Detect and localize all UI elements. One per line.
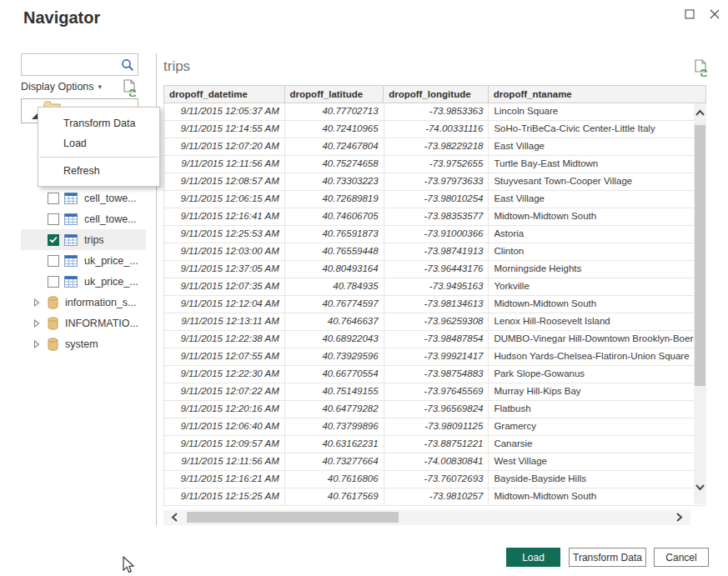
vertical-scrollbar-thumb[interactable]: [695, 125, 705, 386]
table-cell: 40.7646637: [285, 313, 384, 330]
tree-item-label: uk_price_...: [84, 276, 138, 288]
table-cell: 40.7616806: [285, 471, 384, 488]
tree-item-informatio[interactable]: INFORMATIO...: [21, 313, 146, 333]
table-cell: -74.00331116: [384, 121, 490, 138]
horizontal-scrollbar[interactable]: [163, 510, 690, 525]
table-row: 9/11/2015 12:16:21 AM40.7616806-73.76072…: [164, 471, 706, 488]
table-cell: 9/11/2015 12:16:21 AM: [164, 471, 285, 488]
tree-item-cell-towe[interactable]: cell_towe...: [21, 208, 146, 229]
scroll-down-icon[interactable]: [695, 483, 705, 492]
table-cell: -73.98487854: [384, 331, 490, 348]
tree-item-uk-price[interactable]: uk_price_...: [21, 250, 146, 271]
table-cell: 9/11/2015 12:07:22 AM: [164, 383, 285, 400]
table-cell: Yorkville: [489, 278, 706, 295]
tree-item-uk-price[interactable]: uk_price_...: [21, 271, 146, 292]
table-cell: Morningside Heights: [489, 261, 706, 278]
chevron-right-icon[interactable]: [33, 340, 40, 348]
table-cell: Stuyvesant Town-Cooper Village: [489, 173, 706, 190]
table-cell: -73.88751221: [384, 436, 490, 453]
tree-item-label: system: [65, 338, 98, 350]
table-row: 9/11/2015 12:11:56 AM40.75274658-73.9752…: [164, 156, 706, 173]
horizontal-scrollbar-thumb[interactable]: [187, 512, 399, 523]
table-cell: 9/11/2015 12:13:11 AM: [164, 313, 285, 330]
chevron-right-icon[interactable]: [33, 319, 40, 328]
tree-item-information-s[interactable]: information_s...: [21, 292, 146, 313]
tree-item-label: cell_towe...: [84, 213, 137, 225]
table-cell: -73.97973633: [384, 173, 490, 190]
table-cell: 9/11/2015 12:05:37 AM: [164, 103, 285, 120]
table-cell: Clinton: [489, 243, 706, 260]
vertical-scrollbar[interactable]: [694, 103, 706, 504]
table-cell: 9/11/2015 12:12:04 AM: [164, 296, 285, 313]
table-cell: -73.98229218: [384, 138, 490, 155]
preview-table: dropoff_datetime dropoff_latitude dropof…: [163, 85, 706, 506]
scroll-up-icon[interactable]: [695, 108, 705, 117]
display-options-dropdown[interactable]: Display Options ▾: [21, 81, 102, 93]
checkbox-unchecked[interactable]: [48, 255, 59, 267]
search-icon[interactable]: [120, 58, 135, 73]
tree-item-system[interactable]: system: [21, 333, 146, 354]
table-cell: 40.75274658: [285, 156, 384, 173]
menu-item-refresh[interactable]: Refresh: [38, 161, 159, 181]
table-row: 9/11/2015 12:08:57 AM40.73303223-73.9797…: [164, 173, 706, 191]
table-row: 9/11/2015 12:37:05 AM40.80493164-73.9644…: [164, 261, 706, 278]
table-cell: 9/11/2015 12:06:40 AM: [164, 418, 285, 435]
refresh-preview-icon[interactable]: [694, 59, 709, 77]
load-button[interactable]: Load: [506, 548, 560, 567]
column-header: dropoff_datetime: [164, 86, 285, 103]
database-icon: [48, 296, 58, 309]
transform-data-button[interactable]: Transform Data: [569, 548, 646, 567]
table-cell: 40.66770554: [285, 366, 384, 383]
table-cell: 40.72467804: [285, 138, 384, 155]
scroll-right-icon[interactable]: [675, 512, 684, 523]
table-cell: 9/11/2015 12:20:16 AM: [164, 401, 285, 418]
table-cell: Murray Hill-Kips Bay: [489, 383, 706, 400]
table-cell: 40.784935: [285, 278, 384, 295]
table-cell: 40.73799896: [285, 418, 384, 435]
table-icon: [64, 213, 78, 225]
tree-item-cell-towe[interactable]: cell_towe...: [21, 188, 146, 208]
search-input[interactable]: [22, 59, 120, 71]
refresh-preview-icon[interactable]: [123, 79, 138, 97]
checkbox-unchecked[interactable]: [48, 213, 59, 225]
table-row: 9/11/2015 12:14:55 AM40.72410965-74.0033…: [164, 121, 706, 138]
table-cell: -73.98134613: [384, 296, 490, 313]
menu-item-load[interactable]: Load: [38, 133, 159, 153]
table-cell: 40.64779282: [285, 401, 384, 418]
table-cell: -74.00830841: [384, 453, 490, 470]
table-cell: -73.96569824: [384, 401, 490, 418]
table-cell: 40.72410965: [285, 121, 384, 138]
table-icon: [64, 276, 78, 288]
page-title: Navigator: [23, 8, 100, 28]
table-row: 9/11/2015 12:20:16 AM40.64779282-73.9656…: [164, 401, 706, 418]
table-cell: -73.97645569: [384, 383, 490, 400]
chevron-right-icon[interactable]: [33, 298, 40, 307]
checkbox-unchecked[interactable]: [48, 276, 59, 288]
display-options-label: Display Options: [21, 81, 94, 93]
checkbox-checked[interactable]: [48, 234, 59, 246]
cancel-button[interactable]: Cancel: [654, 548, 709, 567]
table-cell: 40.75149155: [285, 383, 384, 400]
table-cell: East Village: [489, 191, 706, 208]
close-icon[interactable]: [708, 8, 721, 21]
maximize-icon[interactable]: [683, 8, 696, 21]
scroll-left-icon[interactable]: [170, 512, 178, 523]
table-cell: 9/11/2015 12:22:38 AM: [164, 331, 285, 348]
tree-item-label: information_s...: [65, 297, 136, 308]
table-cell: Hudson Yards-Chelsea-Flatiron-Union Squa…: [489, 348, 706, 365]
table-cell: West Village: [489, 453, 706, 470]
table-cell: -73.9810257: [384, 488, 490, 505]
table-cell: 9/11/2015 12:11:56 AM: [164, 156, 285, 173]
table-row: 9/11/2015 12:11:56 AM40.73277664-74.0083…: [164, 453, 706, 471]
checkbox-unchecked[interactable]: [48, 193, 59, 204]
table-cell: 9/11/2015 12:37:05 AM: [164, 261, 285, 278]
tree-item-label: cell_towe...: [84, 193, 137, 204]
table-row: 9/11/2015 12:15:25 AM40.7617569-73.98102…: [164, 488, 706, 506]
table-cell: -73.76072693: [384, 471, 490, 488]
tree-item-trips[interactable]: trips: [21, 229, 146, 250]
table-cell: -73.9495163: [384, 278, 490, 295]
table-cell: 9/11/2015 12:15:25 AM: [164, 488, 285, 505]
table-cell: 40.73303223: [285, 173, 384, 190]
mouse-cursor: [123, 556, 135, 573]
menu-item-transform-data[interactable]: Transform Data: [38, 113, 159, 133]
